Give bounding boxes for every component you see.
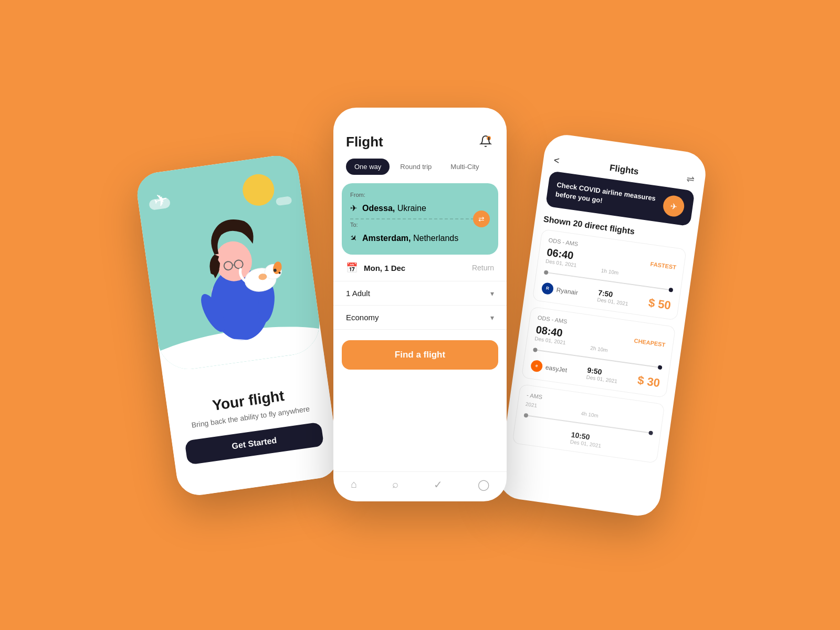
flight2-airline-row: e easyJet: [530, 359, 568, 375]
find-flight-button[interactable]: Find a flight: [342, 340, 498, 370]
cabin-label: Economy: [346, 313, 379, 322]
covid-plane-icon: ✈: [662, 194, 686, 218]
back-button[interactable]: <: [553, 155, 560, 166]
ryanair-logo: R: [541, 282, 554, 295]
search-nav-icon[interactable]: ⌕: [392, 478, 398, 491]
departure-plane-icon: ✈: [350, 203, 357, 213]
flight-card-3[interactable]: - AMS 2021 4h 10m 10:50: [512, 384, 665, 464]
departure-date: Mon, 1 Dec: [364, 264, 405, 272]
cabin-chevron-icon: ▾: [490, 313, 494, 322]
arrival-plane-icon: ✈: [348, 232, 360, 244]
home-nav-icon[interactable]: ⌂: [351, 478, 357, 491]
flight1-badge: FASTEST: [650, 260, 677, 270]
return-label: Return: [472, 264, 494, 272]
date-row[interactable]: 📅 Mon, 1 Dec Return: [333, 255, 507, 281]
bottom-nav: ⌂ ⌕ ✓ ◯: [333, 471, 507, 501]
from-city: Odessa, Ukraine: [362, 204, 426, 213]
round-trip-tab[interactable]: Round trip: [392, 159, 440, 175]
get-started-button[interactable]: Get Started: [185, 422, 324, 465]
easyjet-logo: e: [530, 359, 543, 372]
from-label: From:: [350, 192, 490, 198]
trip-type-tabs: One way Round trip Multi-City: [333, 159, 507, 175]
flight2-badge: CHEAPEST: [634, 338, 666, 348]
passengers-label: 1 Adult: [346, 289, 370, 298]
results-title: Flights: [609, 163, 639, 177]
girl-illustration: [138, 174, 323, 373]
flight1-price: $ 50: [648, 296, 672, 312]
swap-button[interactable]: ⇄: [473, 211, 490, 227]
svg-line-11: [233, 265, 235, 266]
flight-card-2[interactable]: ODS - AMS 08:40 Des 01, 2021 CHEAPEST 2h…: [521, 307, 676, 398]
flight1-airline-row: R Ryanair: [541, 282, 579, 298]
route-card: From: ✈ Odessa, Ukraine To: ✈ Amsterdam,…: [342, 183, 498, 255]
to-label: To:: [350, 222, 490, 228]
profile-nav-icon[interactable]: ◯: [478, 478, 489, 491]
flight3-depart-date: 2021: [525, 401, 538, 408]
flight1-airline: Ryanair: [556, 286, 579, 297]
passengers-row[interactable]: 1 Adult ▾: [333, 281, 507, 306]
bookings-nav-icon[interactable]: ✓: [434, 478, 443, 491]
passengers-chevron-icon: ▾: [490, 289, 494, 298]
search-title: Flight: [346, 134, 383, 150]
to-city: Amsterdam, Netherlands: [362, 234, 458, 243]
flight2-airline: easyJet: [545, 363, 568, 374]
multi-city-tab[interactable]: Multi-City: [442, 159, 487, 175]
cabin-row[interactable]: Economy ▾: [333, 306, 507, 330]
onboarding-phone: ✈: [134, 153, 341, 498]
bell-icon[interactable]: i: [479, 135, 494, 150]
calendar-icon: 📅: [346, 262, 358, 274]
one-way-tab[interactable]: One way: [346, 159, 390, 175]
filter-icon[interactable]: ⇌: [686, 173, 695, 186]
flight2-price: $ 30: [637, 373, 661, 390]
covid-text: Check COVID airline measures before you …: [555, 180, 659, 213]
results-phone: < Flights ⇌ Check COVID airline measures…: [496, 132, 708, 519]
search-phone: Flight i One way Round trip Multi-City F…: [333, 108, 507, 501]
